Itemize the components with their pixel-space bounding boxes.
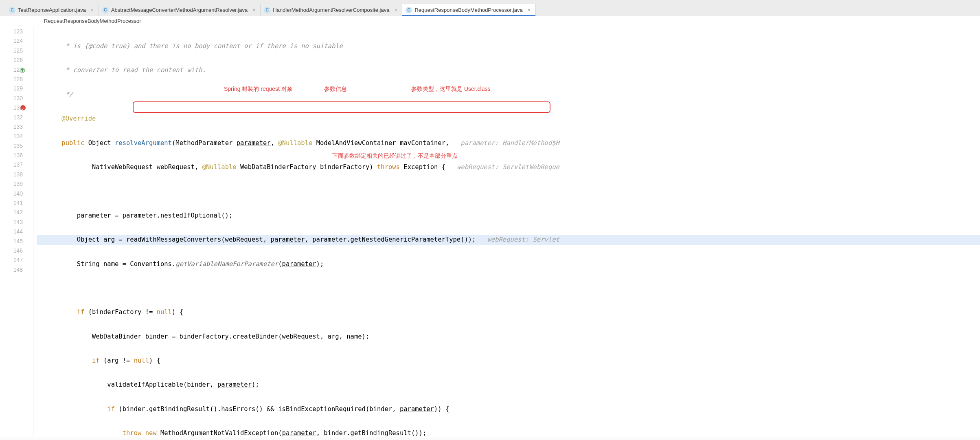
code-line[interactable]: public Object resolveArgument(MethodPara… [37,139,980,148]
line-number[interactable]: 140 [0,189,30,198]
java-class-icon: C [264,7,270,13]
line-number[interactable]: 148 [0,265,30,275]
java-class-icon: C [102,7,109,13]
tab-label: AbstractMessageConverterMethodArgumentRe… [111,7,248,13]
tab-label: TestReponseApplication.java [18,7,86,13]
code-line[interactable]: validateIfApplicable(binder, parameter); [37,380,980,389]
annotation-text: 参数类型，这里就是 User.class [411,86,490,93]
close-icon[interactable]: × [528,7,531,13]
line-number[interactable]: 137 [0,160,30,169]
line-number[interactable]: 143 [0,218,30,227]
line-number[interactable]: 138 [0,170,30,179]
code-line[interactable]: String name = Conventions.getVariableNam… [37,260,980,269]
code-line[interactable]: parameter = parameter.nestedIfOptional()… [37,211,980,220]
java-class-icon: C [9,7,15,13]
tab-testresponseapplication[interactable]: C TestReponseApplication.java × [6,4,99,16]
line-number[interactable]: 128 [0,75,30,84]
code-line[interactable]: * converter to read the content with. [37,66,980,75]
line-number[interactable]: 133 [0,122,30,132]
tab-label: HandlerMethodArgumentResolverComposite.j… [273,7,389,13]
code-line[interactable]: if (binder.getBindingResult().hasErrors(… [37,405,980,414]
line-number[interactable]: 144 [0,227,30,236]
line-number[interactable]: 124 [0,36,30,46]
line-number[interactable]: 147 [0,255,30,265]
code-line[interactable] [37,187,980,196]
editor-tabs: C TestReponseApplication.java × C Abstra… [0,4,980,16]
code-line[interactable]: */ [37,90,980,99]
line-number[interactable]: 130 [0,94,30,103]
code-line[interactable]: @Override [37,114,980,123]
code-line[interactable]: * is {@code true} and there is no body c… [37,42,980,51]
highlight-box [133,101,550,113]
code-line[interactable]: WebDataBinder binder = binderFactory.cre… [37,332,980,341]
line-number[interactable]: 134 [0,132,30,141]
line-number[interactable]: 125 [0,46,30,55]
java-class-icon: C [406,7,412,13]
line-number[interactable]: 142 [0,208,30,217]
line-number[interactable]: 129 [0,84,30,93]
override-gutter-icon[interactable] [20,67,25,73]
breadcrumb[interactable]: RequestResponseBodyMethodProcessor [0,16,980,26]
gutter[interactable]: 123 124 125 126 127 128 129 130 131 132 … [0,26,30,438]
annotation-text: Spring 封装的 request 对象 [224,86,293,93]
breakpoint-icon[interactable] [20,105,26,110]
tab-handlermethodcomposite[interactable]: C HandlerMethodArgumentResolverComposite… [261,4,402,16]
fold-column[interactable] [30,26,37,438]
line-number[interactable]: 145 [0,237,30,246]
code-line[interactable]: throw new MethodArgumentNotValidExceptio… [37,429,980,438]
line-number[interactable]: 139 [0,179,30,189]
line-number[interactable]: 141 [0,198,30,208]
code-area[interactable]: * is {@code true} and there is no body c… [37,26,980,438]
close-icon[interactable]: × [252,7,255,13]
close-icon[interactable]: × [91,7,94,13]
line-number[interactable]: 146 [0,246,30,255]
annotation-text: 下面参数绑定相关的已经讲过了，不是本部分重点 [332,152,458,160]
close-icon[interactable]: × [394,7,397,13]
code-line[interactable]: if (binderFactory != null) { [37,308,980,317]
annotation-text: 参数信息 [324,86,347,93]
tab-requestresponsebody[interactable]: C RequestResponseBodyMethodProcessor.jav… [402,4,535,16]
code-line[interactable]: NativeWebRequest webRequest, @Nullable W… [37,163,980,172]
line-number[interactable]: 127 [0,65,30,75]
tab-label: RequestResponseBodyMethodProcessor.java [414,7,522,13]
code-line[interactable] [37,284,980,293]
code-line-current[interactable]: Object arg = readWithMessageConverters(w… [37,235,980,244]
line-number[interactable]: 131 [0,103,30,112]
line-number[interactable]: 123 [0,27,30,36]
line-number[interactable]: 135 [0,141,30,151]
line-number[interactable]: 132 [0,113,30,122]
code-line[interactable]: if (arg != null) { [37,356,980,365]
line-number[interactable]: 126 [0,55,30,65]
code-editor[interactable]: 123 124 125 126 127 128 129 130 131 132 … [0,26,980,438]
top-crumb-strip [0,0,980,4]
tab-abstractmessageconverter[interactable]: C AbstractMessageConverterMethodArgument… [99,4,261,16]
line-number[interactable]: 136 [0,151,30,160]
